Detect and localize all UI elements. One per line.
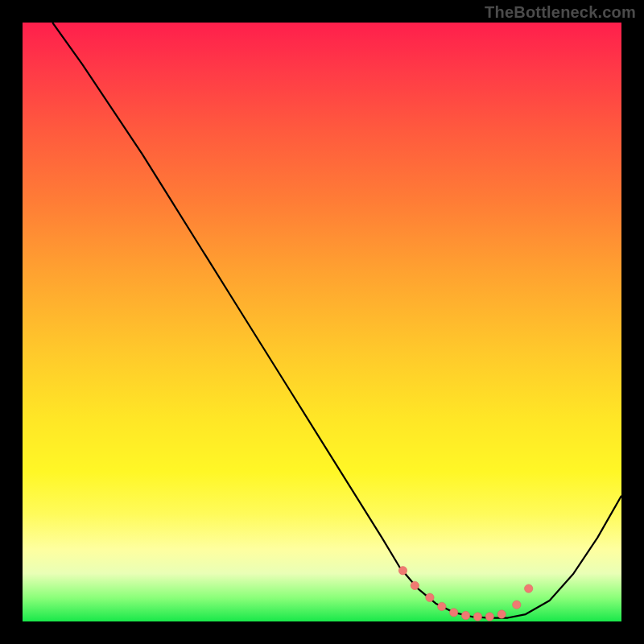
valley-marker bbox=[426, 593, 434, 601]
valley-marker bbox=[524, 584, 532, 592]
chart-frame: TheBottleneck.com bbox=[0, 0, 644, 644]
bottleneck-curve bbox=[52, 23, 621, 618]
curve-layer bbox=[52, 23, 621, 618]
valley-marker bbox=[461, 611, 469, 619]
chart-svg bbox=[23, 23, 621, 621]
valley-marker bbox=[438, 602, 446, 610]
markers-layer bbox=[398, 567, 533, 621]
valley-marker bbox=[497, 610, 506, 618]
valley-marker bbox=[398, 567, 407, 575]
valley-marker bbox=[449, 609, 457, 617]
valley-marker bbox=[513, 601, 521, 609]
watermark-text: TheBottleneck.com bbox=[485, 3, 636, 22]
valley-marker bbox=[473, 613, 481, 621]
valley-marker bbox=[485, 613, 493, 621]
valley-marker bbox=[411, 581, 419, 589]
plot-area bbox=[23, 23, 621, 621]
